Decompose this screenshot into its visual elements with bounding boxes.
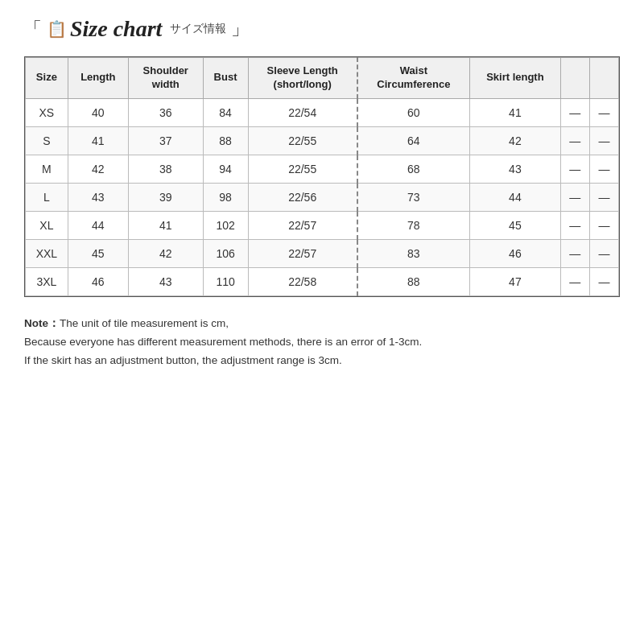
cell-sleeve_length: 22/57	[248, 239, 357, 267]
cell-col9: —	[589, 183, 618, 211]
cell-size: M	[26, 155, 68, 183]
cell-shoulder_width: 37	[128, 126, 203, 155]
title-sub: サイズ情報	[170, 22, 226, 36]
cell-col9: —	[589, 98, 618, 126]
cell-skirt_length: 45	[469, 211, 560, 239]
table-row: XS40368422/546041——	[26, 98, 619, 126]
cell-size: L	[26, 183, 68, 211]
cell-shoulder_width: 41	[128, 211, 203, 239]
col-length: Length	[68, 58, 128, 99]
cell-shoulder_width: 36	[128, 98, 203, 126]
title-main: Size chart	[70, 16, 162, 42]
cell-col8: —	[560, 239, 589, 267]
note-line3: If the skirt has an adjustment button, t…	[24, 354, 342, 366]
note-label: Note	[24, 317, 48, 329]
cell-col8: —	[560, 98, 589, 126]
cell-sleeve_length: 22/55	[248, 126, 357, 155]
note-line1: The unit of tile measurement is cm,	[60, 317, 229, 329]
cell-waist: 83	[357, 239, 470, 267]
cell-sleeve_length: 22/57	[248, 211, 357, 239]
cell-bust: 98	[203, 183, 248, 211]
col-skirt-length: Skirt length	[469, 58, 560, 99]
table-row: M42389422/556843——	[26, 155, 619, 183]
cell-size: XXL	[26, 239, 68, 267]
bracket-right: 」	[231, 17, 249, 41]
cell-bust: 110	[203, 267, 248, 295]
table-row: XL444110222/577845——	[26, 211, 619, 239]
col-shoulder-width: Shoulderwidth	[128, 58, 203, 99]
table-row: S41378822/556442——	[26, 126, 619, 155]
cell-waist: 60	[357, 98, 470, 126]
cell-sleeve_length: 22/58	[248, 267, 357, 295]
cell-size: 3XL	[26, 267, 68, 295]
ruler-icon: 📋	[47, 19, 67, 39]
cell-length: 44	[68, 211, 128, 239]
cell-col9: —	[589, 239, 618, 267]
col-bust: Bust	[203, 58, 248, 99]
cell-skirt_length: 41	[469, 98, 560, 126]
cell-bust: 88	[203, 126, 248, 155]
col-size: Size	[26, 58, 68, 99]
table-header-row: Size Length Shoulderwidth Bust Sleeve Le…	[26, 58, 619, 99]
cell-size: XL	[26, 211, 68, 239]
page-header: 「 📋 Size chart サイズ情報 」	[24, 16, 620, 42]
cell-shoulder_width: 43	[128, 267, 203, 295]
cell-col8: —	[560, 126, 589, 155]
cell-bust: 102	[203, 211, 248, 239]
cell-sleeve_length: 22/56	[248, 183, 357, 211]
cell-waist: 68	[357, 155, 470, 183]
col-extra1	[560, 58, 589, 99]
col-waist: WaistCircumference	[357, 58, 470, 99]
cell-skirt_length: 44	[469, 183, 560, 211]
cell-shoulder_width: 39	[128, 183, 203, 211]
bracket-left: 「	[24, 17, 42, 41]
cell-waist: 88	[357, 267, 470, 295]
cell-shoulder_width: 38	[128, 155, 203, 183]
cell-bust: 84	[203, 98, 248, 126]
cell-length: 43	[68, 183, 128, 211]
cell-sleeve_length: 22/54	[248, 98, 357, 126]
cell-waist: 78	[357, 211, 470, 239]
cell-col8: —	[560, 155, 589, 183]
cell-length: 45	[68, 239, 128, 267]
table-row: L43399822/567344——	[26, 183, 619, 211]
cell-skirt_length: 43	[469, 155, 560, 183]
note-colon: ：	[48, 317, 60, 329]
cell-shoulder_width: 42	[128, 239, 203, 267]
cell-bust: 94	[203, 155, 248, 183]
note-section: Note：The unit of tile measurement is cm,…	[24, 315, 620, 370]
cell-col9: —	[589, 211, 618, 239]
cell-bust: 106	[203, 239, 248, 267]
size-table-wrapper: Size Length Shoulderwidth Bust Sleeve Le…	[24, 56, 620, 297]
cell-col9: —	[589, 155, 618, 183]
col-sleeve-length: Sleeve Length(short/long)	[248, 58, 357, 99]
cell-col9: —	[589, 267, 618, 295]
cell-skirt_length: 47	[469, 267, 560, 295]
cell-sleeve_length: 22/55	[248, 155, 357, 183]
cell-length: 42	[68, 155, 128, 183]
table-row: XXL454210622/578346——	[26, 239, 619, 267]
note-line2: Because everyone has different measureme…	[24, 336, 422, 348]
cell-col8: —	[560, 211, 589, 239]
cell-length: 41	[68, 126, 128, 155]
cell-size: S	[26, 126, 68, 155]
col-extra2	[589, 58, 618, 99]
cell-col8: —	[560, 267, 589, 295]
table-row: 3XL464311022/588847——	[26, 267, 619, 295]
cell-waist: 73	[357, 183, 470, 211]
cell-waist: 64	[357, 126, 470, 155]
cell-col8: —	[560, 183, 589, 211]
size-table: Size Length Shoulderwidth Bust Sleeve Le…	[25, 57, 619, 296]
cell-col9: —	[589, 126, 618, 155]
cell-skirt_length: 46	[469, 239, 560, 267]
cell-length: 40	[68, 98, 128, 126]
cell-length: 46	[68, 267, 128, 295]
cell-skirt_length: 42	[469, 126, 560, 155]
cell-size: XS	[26, 98, 68, 126]
